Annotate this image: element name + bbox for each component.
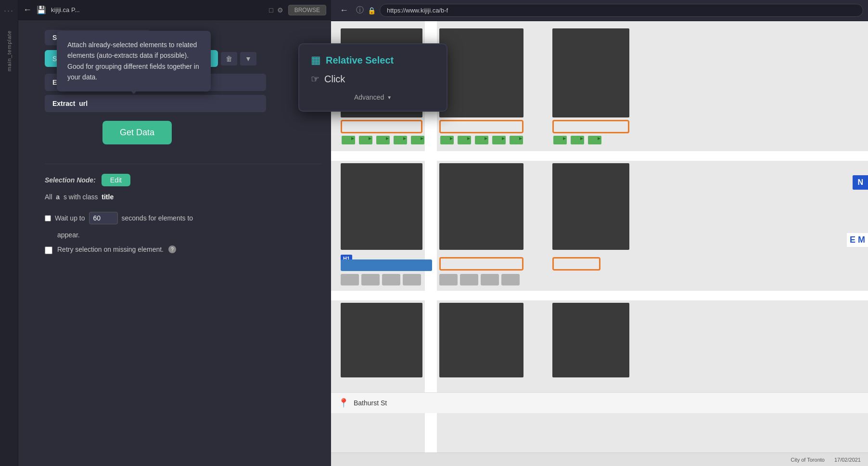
map-block-5 (439, 163, 523, 250)
gray-row-2 (439, 274, 520, 285)
gray-btn-3 (382, 274, 400, 285)
selection-node-label: Selection Node: (45, 176, 96, 184)
info-icon[interactable]: ⓘ (356, 5, 364, 15)
green-row-3 (552, 136, 602, 144)
browser-bar: ← ⓘ 🔒 (331, 0, 868, 21)
orange-bar-3 (552, 120, 629, 133)
page-title: kijiji.ca P... (51, 6, 264, 13)
gray-row-1 (341, 274, 421, 285)
gray-btn-1 (341, 274, 359, 285)
edit-button[interactable]: Edit (102, 174, 130, 186)
gray-btn-4 (403, 274, 421, 285)
retry-row: Retry selection on missing element. ? (45, 246, 321, 254)
green-row-1 (341, 136, 425, 144)
save-icon[interactable]: 💾 (37, 5, 46, 14)
blue-selection-bar (341, 259, 432, 271)
tooltip-text: Attach already-selected elements to rela… (67, 41, 199, 81)
n-badge: N (853, 175, 868, 190)
filter-listing-button[interactable]: ▼ (240, 52, 256, 65)
retry-label: Retry selection on missing element. (57, 246, 164, 253)
wait-label-before: Wait up to (55, 214, 85, 222)
sidebar-label: main_template (6, 30, 12, 71)
lock-icon: 🔒 (368, 7, 376, 14)
delete-listing-button[interactable]: 🗑 (221, 52, 237, 65)
h-divider-1 (331, 151, 868, 161)
rs-advanced-label: Advanced (354, 93, 384, 101)
divider (45, 164, 321, 164)
location-icon: 📍 (338, 398, 349, 408)
relative-select-popup: ▦ Relative Select ☞ Click Advanced ▼ (298, 43, 447, 112)
back-button[interactable]: ← (23, 5, 32, 15)
top-bar: ← 💾 kijiji.ca P... □ ⚙ BROWSE (18, 0, 331, 20)
listing-actions: 🗑 ▼ (221, 52, 256, 65)
window-icon[interactable]: □ (269, 6, 273, 14)
node-desc-part1: All (45, 193, 52, 201)
map-date: 17/02/2021 (834, 457, 861, 463)
e-badge: E M (847, 233, 868, 247)
browse-button[interactable]: BROWSE (288, 5, 326, 15)
extract-url-row[interactable]: Extract url (45, 95, 266, 112)
extract-url-keyword: Extract (52, 100, 75, 107)
map-block-7 (341, 303, 422, 377)
rs-click-label: Click (324, 74, 345, 85)
left-panel: ← 💾 kijiji.ca P... □ ⚙ BROWSE Attach alr… (18, 0, 331, 466)
map-block-4 (341, 163, 422, 250)
orange-bar-2 (439, 120, 523, 133)
wait-label-after: seconds for elements to (122, 214, 193, 222)
url-input[interactable] (380, 4, 863, 17)
location-text: Bathurst St (354, 399, 387, 407)
gray-btn-7 (481, 274, 499, 285)
map-block-6 (552, 163, 629, 250)
top-bar-icons: □ ⚙ (269, 6, 283, 14)
green-row-2 (439, 136, 524, 144)
orange-bar-5 (552, 257, 600, 271)
map-block-9 (552, 303, 629, 377)
wait-checkbox[interactable] (45, 215, 51, 221)
orange-bar-4 (439, 257, 523, 271)
dots-icon: ··· (4, 6, 14, 16)
browser-back-button[interactable]: ← (336, 3, 352, 17)
gray-btn-2 (361, 274, 380, 285)
orange-bar-1 (341, 120, 422, 133)
map-city: City of Toronto (791, 457, 825, 463)
retry-help-icon[interactable]: ? (168, 246, 176, 253)
selection-node-row: Selection Node: Edit (45, 174, 321, 186)
hand-pointer-icon: ☞ (311, 73, 319, 85)
rs-click-row[interactable]: ☞ Click (311, 73, 435, 85)
settings-icon[interactable]: ⚙ (277, 6, 283, 14)
gray-btn-6 (460, 274, 478, 285)
rs-title-row: ▦ Relative Select (311, 54, 435, 66)
map-bottom-bar: City of Toronto 17/02/2021 (331, 453, 868, 466)
retry-checkbox[interactable] (45, 246, 52, 254)
rs-chevron-icon: ▼ (387, 95, 392, 100)
sidebar-strip: ··· main_template (0, 0, 18, 466)
relative-select-icon: ▦ (311, 54, 321, 66)
node-class: title (102, 193, 114, 201)
node-desc-part2: s with class (64, 193, 98, 201)
gray-btn-5 (439, 274, 458, 285)
wait-input[interactable] (89, 212, 118, 224)
map-block-2 (439, 28, 523, 117)
extract-url-value: url (79, 100, 88, 107)
map-block-8 (439, 303, 523, 377)
template-panel: Attach already-selected elements to rela… (18, 20, 331, 466)
node-desc-bold: a (56, 193, 60, 201)
get-data-button[interactable]: Get Data (102, 121, 172, 144)
rs-advanced-row[interactable]: Advanced ▼ (311, 93, 435, 101)
tooltip-popup: Attach already-selected elements to rela… (57, 31, 211, 91)
relative-select-title: Relative Select (326, 55, 394, 66)
h-divider-2 (331, 291, 868, 300)
wait-label-line2: appear. (45, 231, 321, 239)
gray-btn-8 (501, 274, 520, 285)
node-description: All a s with class title (45, 192, 321, 202)
map-block-3 (552, 28, 629, 117)
wait-row: Wait up to seconds for elements to (45, 212, 321, 224)
location-bar: 📍 Bathurst St (331, 392, 868, 413)
